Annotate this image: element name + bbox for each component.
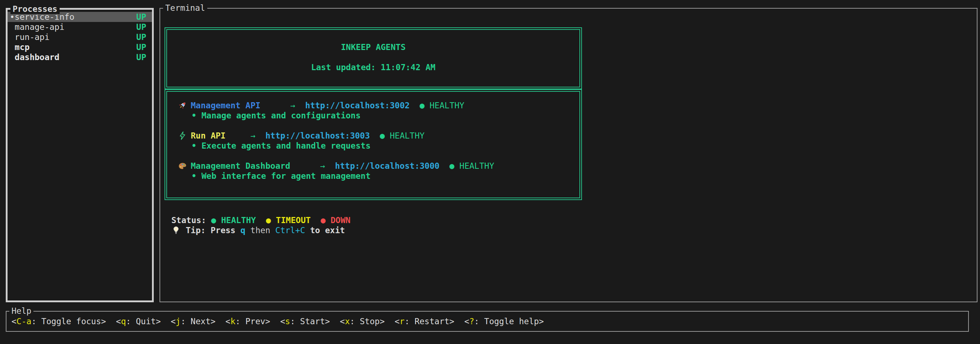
legend-dot-icon: ● bbox=[211, 215, 216, 225]
service-pad bbox=[325, 161, 335, 171]
help-label: : Restart> bbox=[404, 317, 454, 326]
blank-line bbox=[178, 151, 579, 161]
help-label: : Toggle focus> bbox=[31, 317, 106, 326]
help-label: : Toggle help> bbox=[474, 317, 544, 326]
service-pad bbox=[226, 131, 250, 141]
bulb-icon bbox=[171, 226, 181, 235]
arrow-right-icon: → bbox=[290, 101, 295, 110]
app-root: { "colors": { "bg": "#1a1a1a", "green": … bbox=[0, 0, 980, 344]
legend-spacer bbox=[256, 215, 261, 225]
process-name: mcp bbox=[10, 42, 136, 52]
help-item-next: <j: Next> bbox=[171, 316, 216, 326]
status-legend-label: Status: bbox=[171, 215, 206, 225]
help-label: : Quit> bbox=[126, 317, 161, 326]
service-description: • Web interface for agent management bbox=[191, 171, 579, 181]
help-bracket: < bbox=[171, 317, 176, 326]
help-spacer bbox=[385, 316, 395, 326]
help-spacer bbox=[330, 316, 340, 326]
tip-segment: Tip: Press bbox=[186, 225, 240, 235]
service-description: • Execute agents and handle requests bbox=[191, 141, 579, 151]
arrow-right-icon: → bbox=[250, 131, 255, 141]
help-bracket: < bbox=[464, 317, 469, 326]
process-status-badge: UP bbox=[136, 12, 146, 22]
help-spacer bbox=[270, 316, 280, 326]
help-spacer bbox=[106, 316, 116, 326]
help-spacer bbox=[161, 316, 171, 326]
zap-icon bbox=[178, 131, 187, 140]
help-item-toggle-focus: <C-a: Toggle focus> bbox=[11, 316, 106, 326]
legend-label-timeout: TIMEOUT bbox=[276, 215, 311, 225]
service-pad bbox=[255, 131, 266, 141]
help-item-restart: <r: Restart> bbox=[395, 316, 454, 326]
help-label: : Start> bbox=[290, 317, 330, 326]
service-health-status: HEALTHY bbox=[390, 131, 425, 141]
health-dot-icon: ● bbox=[449, 161, 455, 171]
legend-dot-icon: ● bbox=[321, 215, 326, 225]
help-item-toggle-help: <?: Toggle help> bbox=[464, 316, 544, 326]
help-key: ? bbox=[469, 317, 474, 326]
legend-spacer bbox=[351, 215, 356, 225]
help-item-quit: <q: Quit> bbox=[116, 316, 161, 326]
service-pad bbox=[295, 101, 305, 110]
help-bracket: < bbox=[280, 317, 285, 326]
process-row-dashboard[interactable]: dashboardUP bbox=[8, 52, 152, 62]
process-name: manage-api bbox=[10, 22, 136, 32]
process-name: dashboard bbox=[10, 52, 136, 62]
help-bracket: < bbox=[116, 317, 121, 326]
tip-segment: then bbox=[245, 225, 275, 235]
legend-spacer bbox=[316, 215, 321, 225]
legend-dot-icon: ● bbox=[266, 215, 271, 225]
legend-spacer bbox=[271, 215, 276, 225]
help-key: x bbox=[345, 317, 350, 326]
legend-spacer bbox=[206, 215, 211, 225]
help-panel: Help <C-a: Toggle focus> <q: Quit> <j: N… bbox=[6, 311, 969, 332]
help-item-start: <s: Start> bbox=[280, 316, 330, 326]
service-name: Management Dashboard bbox=[191, 161, 290, 171]
tip-line: Tip: Press q then Ctrl+C to exit bbox=[171, 225, 977, 235]
health-dot-icon: ● bbox=[380, 131, 385, 141]
terminal-viewport[interactable]: INKEEP AGENTS Last updated: 11:07:42 AM … bbox=[160, 9, 977, 302]
tip-segment: Ctrl+C bbox=[275, 225, 305, 235]
legend-label-down: DOWN bbox=[331, 215, 350, 225]
service-line: Management API → http://localhost:3002 ●… bbox=[178, 101, 579, 110]
help-bracket: < bbox=[340, 317, 345, 326]
help-label: : Next> bbox=[181, 317, 216, 326]
help-bracket: < bbox=[395, 317, 399, 326]
help-key: r bbox=[399, 317, 404, 326]
help-label: : Stop> bbox=[350, 317, 385, 326]
service-pad bbox=[370, 131, 380, 141]
legend-spacer bbox=[326, 215, 331, 225]
service-url[interactable]: http://localhost:3000 bbox=[335, 161, 440, 171]
terminal-panel: Terminal INKEEP AGENTS Last updated: 11:… bbox=[159, 8, 977, 302]
process-status-badge: UP bbox=[136, 22, 146, 32]
service-pad bbox=[455, 161, 460, 171]
help-key: s bbox=[285, 317, 290, 326]
tip-segment: q bbox=[240, 225, 245, 235]
service-line: Management Dashboard → http://localhost:… bbox=[178, 161, 579, 171]
legend-spacer bbox=[216, 215, 221, 225]
help-key: C-a bbox=[16, 317, 32, 326]
help-key: j bbox=[176, 317, 181, 326]
service-description: • Manage agents and configurations bbox=[191, 110, 579, 120]
legend-spacer bbox=[311, 215, 316, 225]
health-dot-icon: ● bbox=[420, 101, 425, 110]
service-pad bbox=[261, 101, 290, 110]
help-item-prev: <k: Prev> bbox=[226, 316, 270, 326]
service-health-status: HEALTHY bbox=[430, 101, 465, 110]
service-pad bbox=[439, 161, 449, 171]
process-row-manage-api[interactable]: manage-apiUP bbox=[8, 22, 152, 32]
process-row-mcp[interactable]: mcpUP bbox=[8, 42, 152, 52]
legend-label-healthy: HEALTHY bbox=[221, 215, 256, 225]
help-keybindings: <C-a: Toggle focus> <q: Quit> <j: Next> … bbox=[6, 312, 968, 331]
process-row-run-api[interactable]: run-apiUP bbox=[8, 32, 152, 42]
process-list: •service-infoUP manage-apiUP run-apiUP m… bbox=[8, 12, 152, 62]
service-url[interactable]: http://localhost:3002 bbox=[305, 101, 410, 110]
blank-line bbox=[178, 120, 579, 131]
service-health-status: HEALTHY bbox=[460, 161, 494, 171]
rocket-icon bbox=[178, 101, 187, 110]
process-name: run-api bbox=[10, 32, 136, 42]
services-box: Management API → http://localhost:3002 ●… bbox=[164, 89, 582, 200]
help-panel-title: Help bbox=[10, 306, 33, 316]
service-url[interactable]: http://localhost:3003 bbox=[266, 131, 370, 141]
agents-header-box: INKEEP AGENTS Last updated: 11:07:42 AM bbox=[164, 27, 582, 89]
